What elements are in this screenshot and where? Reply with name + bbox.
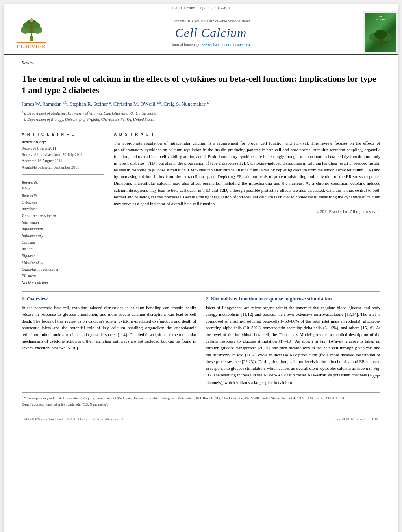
available-date: Available online 23 September 2011	[22, 165, 79, 169]
journal-reference: Cell Calcium 50 (2011) 481–490	[172, 6, 230, 10]
article-title: The central role of calcium in the effec…	[22, 73, 380, 96]
article-info-title: A R T I C L E I N F O	[22, 132, 104, 137]
section2-title: Normal islet function in response to glu…	[211, 296, 332, 302]
journal-title-area: Contents lists available at SciVerse Sci…	[59, 11, 363, 54]
kw-calcium: Calcium	[22, 239, 104, 246]
footnote-area: * * Corresponding author at: University …	[22, 392, 380, 407]
author-james: James W. Ramadan	[22, 101, 61, 107]
doi-text: doi:10.1016/j.ceca.2011.08.005	[336, 417, 380, 421]
body-columns: 1. Overview In the pancreatic beta-cell,…	[22, 296, 380, 386]
kw-cytokines: Cytokines	[22, 199, 104, 206]
author-christina-sup: a,b	[157, 100, 161, 104]
kw-inflammatory: Inflammatory	[22, 232, 104, 239]
kw-inflammation: Inflammation	[22, 226, 104, 232]
received-revised-date: Received in revised form 20 July 2011	[22, 152, 83, 157]
homepage-label: journal homepage:	[172, 43, 201, 47]
footnote-star-sup: *	[22, 395, 23, 399]
cover-decoration-icon	[367, 23, 395, 47]
content-divider	[22, 128, 380, 128]
author-craig: Craig S. Nunemaker	[163, 101, 206, 107]
page: Cell Calcium 50 (2011) 481–490	[4, 4, 398, 532]
section2-text: Islets of Langerhans are micro-organs wi…	[206, 304, 381, 386]
elsevier-tree-icon	[12, 16, 51, 42]
svg-point-6	[23, 22, 31, 29]
section2-body-part2: [15,16]. At the level of the individual …	[206, 325, 381, 385]
section1-text: In the pancreatic beta-cell, cytokine-in…	[22, 304, 196, 351]
author-craig-sup: a,*	[207, 100, 211, 104]
kw-er-stress: ER stress	[22, 272, 104, 279]
elsevier-logo-area: ELSEVIER	[4, 11, 59, 54]
affil-b-sup: b	[22, 117, 23, 120]
author-james-sup: a,b	[63, 100, 67, 104]
elsevier-brand: ELSEVIER	[17, 42, 46, 50]
kw-nuclear-calcium: Nuclear calcium	[22, 279, 104, 286]
section2-and-others: and others	[341, 325, 359, 330]
svg-point-8	[30, 18, 33, 22]
authors-line: James W. Ramadan a,b, Stephen R. Steiner…	[22, 100, 380, 107]
article-history: Article history: Received 8 June 2011 Re…	[22, 139, 104, 171]
svg-point-7	[32, 22, 40, 29]
affiliations: a a Department of Medicine, University o…	[22, 110, 380, 123]
author-christina: Christina M. O'Neill	[113, 101, 156, 107]
journal-name: Cell Calcium	[175, 26, 247, 40]
kw-mitochondria: Mitochondria	[22, 259, 104, 266]
body-left-column: 1. Overview In the pancreatic beta-cell,…	[22, 296, 196, 386]
kw-interleukin: Interleukin	[22, 219, 104, 226]
footnote-text: * Corresponding author at: University of…	[24, 396, 346, 400]
journal-cover-thumbnail: cell calcium	[363, 11, 398, 54]
copyright-line: © 2011 Elsevier Ltd. All rights reserved…	[114, 209, 380, 214]
kw-tnf: Tumor necrosis factor	[22, 212, 104, 219]
section2-heading: 2. Normal islet function in response to …	[206, 296, 381, 302]
top-bar: Cell Calcium 50 (2011) 481–490	[4, 4, 398, 11]
section-label: Review	[22, 60, 380, 65]
kw-biphasic: Biphasic	[22, 252, 104, 259]
homepage-url: www.elsevier.com/locate/ceca	[202, 43, 250, 47]
sciverse-line: Contents lists available at SciVerse Sci…	[172, 19, 250, 23]
received-date: Received 8 June 2011	[22, 146, 56, 150]
kw-interferon: Interferon	[22, 206, 104, 212]
history-heading: Article history:	[22, 140, 46, 144]
affil-a-sup: a	[22, 110, 23, 114]
body-divider	[22, 291, 380, 292]
issn-text: 0143-4160/$ – see front matter © 2011 El…	[22, 417, 124, 421]
keywords-block: Keywords: Islets Beta-cells Cytokines In…	[22, 179, 104, 286]
section1-title: Overview	[27, 296, 48, 302]
kw-insulin: Insulin	[22, 246, 104, 252]
journal-homepage: journal homepage: www.elsevier.com/locat…	[172, 43, 250, 47]
kw-islets: Islets	[22, 185, 104, 192]
section1-heading: 1. Overview	[22, 296, 196, 302]
footnote-email: E-mail address: nunemaker@virginia.edu (…	[22, 402, 380, 408]
kw-er: Endoplasmic reticulum	[22, 266, 104, 272]
keywords-heading: Keywords:	[22, 180, 39, 184]
section1-body: In the pancreatic beta-cell, cytokine-in…	[22, 305, 196, 350]
journal-header: ELSEVIER Contents lists available at Sci…	[4, 11, 398, 55]
title-divider	[22, 69, 380, 69]
affil-b: b Department of Biology, University of V…	[24, 117, 154, 122]
main-content: Review The central role of calcium in th…	[4, 55, 398, 429]
abstract-text: The appropriate regulation of intracellu…	[114, 140, 380, 207]
author-stephen: Stephen R. Steiner	[70, 101, 108, 107]
bottom-bar: 0143-4160/$ – see front matter © 2011 El…	[22, 415, 380, 421]
section1-number: 1.	[22, 296, 26, 302]
info-abstract-columns: A R T I C L E I N F O Article history: R…	[22, 132, 380, 286]
article-info-column: A R T I C L E I N F O Article history: R…	[22, 132, 104, 286]
sciverse-text: Contents lists available at SciVerse Sci…	[172, 19, 250, 23]
kw-beta-cells: Beta-cells	[22, 192, 104, 199]
info-divider	[22, 174, 104, 175]
svg-point-16	[374, 30, 387, 39]
cover-label-top: cell calcium	[376, 15, 385, 22]
abstract-title: A B S T R A C T	[114, 132, 380, 137]
abstract-column: A B S T R A C T The appropriate regulati…	[114, 132, 380, 286]
affil-a: a Department of Medicine, University of …	[24, 111, 157, 115]
footnote-star: * * Corresponding author at: University …	[22, 395, 380, 401]
section2-number: 2.	[206, 296, 210, 302]
svg-rect-17	[380, 42, 382, 46]
body-right-column: 2. Normal islet function in response to …	[206, 296, 381, 386]
cover-image: cell calcium	[365, 13, 396, 52]
accepted-date: Accepted 16 August 2011	[22, 159, 62, 163]
author-stephen-sup: a	[109, 100, 111, 104]
